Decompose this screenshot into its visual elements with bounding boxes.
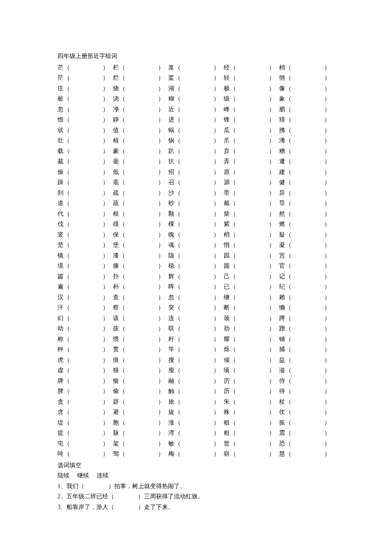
character: 腊 xyxy=(279,104,285,115)
paren-close: ） xyxy=(324,365,330,376)
character: 圆 xyxy=(224,261,230,272)
paren-open: （ xyxy=(285,344,291,355)
character: 根 xyxy=(113,209,119,220)
char-row: 代（）根（）颗（）柴（）然（） xyxy=(58,209,334,220)
paren-close: ） xyxy=(324,84,330,94)
char-cell: 仗（） xyxy=(279,407,334,418)
char-cell: 建（） xyxy=(279,167,334,178)
paren-close: ） xyxy=(158,313,164,324)
paren-open: （ xyxy=(64,439,70,449)
paren-close: ） xyxy=(269,251,275,261)
paren-close: ） xyxy=(324,209,330,220)
paren-open: （ xyxy=(119,177,125,188)
char-cell: 健（） xyxy=(279,177,334,188)
char-cell: 静（） xyxy=(113,115,168,125)
character: 痕 xyxy=(113,355,119,366)
paren-close: ） xyxy=(324,324,330,334)
char-cell: 柴（） xyxy=(224,209,279,220)
paren-close: ） xyxy=(158,84,164,94)
paren-open: （ xyxy=(175,84,181,94)
character: 燥 xyxy=(58,167,63,178)
paren-close: ） xyxy=(158,365,164,376)
paren-close: ） xyxy=(158,146,164,157)
paren-close: ） xyxy=(213,418,219,428)
paren-open: （ xyxy=(119,334,125,345)
paren-close: ） xyxy=(213,73,219,84)
char-cell: 牌（） xyxy=(58,376,113,387)
paren-close: ） xyxy=(269,418,275,428)
char-row: 忽（）净（）近（）峰（）腊（） xyxy=(58,104,334,115)
char-cell: 贯（） xyxy=(113,344,168,355)
paren-close: ） xyxy=(324,449,330,460)
paren-close: ） xyxy=(269,188,275,199)
paren-open: （ xyxy=(230,125,236,136)
paren-open: （ xyxy=(175,73,181,84)
paren-open: （ xyxy=(175,376,181,387)
char-cell: 躁（） xyxy=(58,177,113,188)
char-row: 芒（）栏（）浆（）经（）梢（） xyxy=(58,63,334,73)
paren-close: ） xyxy=(213,84,219,94)
line-post: ）拍掌，树上就变得热闹了。 xyxy=(108,483,186,489)
character: 赖 xyxy=(279,292,285,303)
paren-close: ） xyxy=(103,261,109,272)
character: 该 xyxy=(113,313,119,324)
char-cell: 官（） xyxy=(279,261,334,272)
character: 像 xyxy=(279,84,285,94)
char-cell: 像（） xyxy=(279,84,334,94)
character: 粗 xyxy=(224,428,230,439)
paren-open: （ xyxy=(175,198,181,209)
char-cell: 燃（） xyxy=(279,219,334,230)
paren-close: ） xyxy=(269,292,275,303)
paren-close: ） xyxy=(158,177,164,188)
character: 忽 xyxy=(58,104,63,115)
char-cell: 粗（） xyxy=(224,428,279,439)
character: 蜗 xyxy=(168,125,174,136)
char-cell: 竖（） xyxy=(58,230,113,240)
char-cell: 弃（） xyxy=(224,146,279,157)
char-cell: 篇（） xyxy=(58,272,113,282)
character: 幼 xyxy=(58,324,63,334)
character: 捕 xyxy=(279,344,285,355)
paren-open: （ xyxy=(64,355,70,366)
char-cell: 纱（） xyxy=(168,198,224,209)
paren-open: （ xyxy=(285,251,291,261)
paren-open: （ xyxy=(175,313,181,324)
char-cell: 沸（） xyxy=(279,136,334,146)
paren-open: （ xyxy=(64,63,70,73)
char-cell: 杆（） xyxy=(168,334,224,345)
character: 招 xyxy=(168,167,174,178)
character: 辟 xyxy=(113,397,119,408)
character: 毫 xyxy=(113,156,119,167)
character: 贪 xyxy=(58,397,63,408)
paren-close: ） xyxy=(103,282,109,292)
paren-open: （ xyxy=(285,115,291,125)
character: 振 xyxy=(279,418,285,428)
character: 悄 xyxy=(224,240,230,251)
character: 膝 xyxy=(113,261,119,272)
char-cell: 梅（） xyxy=(168,449,224,460)
paren-close: ） xyxy=(213,386,219,397)
char-cell: 铺（） xyxy=(279,334,334,345)
char-row: 称（）惯（）杆（）耀（）铺（） xyxy=(58,334,334,345)
paren-open: （ xyxy=(230,428,236,439)
character: 躁 xyxy=(58,177,63,188)
character: 燃 xyxy=(279,219,285,230)
paren-open: （ xyxy=(230,272,236,282)
char-cell: 耀（） xyxy=(224,334,279,345)
paren-close: ） xyxy=(324,251,330,261)
character: 极 xyxy=(224,84,230,94)
char-cell: 劲（） xyxy=(224,324,279,334)
char-cell: 颗（） xyxy=(168,209,224,220)
character: 屯 xyxy=(58,439,63,449)
character: 锅 xyxy=(168,136,174,146)
paren-open: （ xyxy=(230,136,236,146)
character: 扒 xyxy=(168,156,174,167)
paren-open: （ xyxy=(175,230,181,240)
character: 召 xyxy=(168,177,174,188)
character: 触 xyxy=(168,386,174,397)
paren-open: （ xyxy=(119,418,125,428)
paren-close: ） xyxy=(103,386,109,397)
paren-open: （ xyxy=(119,125,125,136)
paren-close: ） xyxy=(269,376,275,387)
paren-open: （ xyxy=(230,365,236,376)
